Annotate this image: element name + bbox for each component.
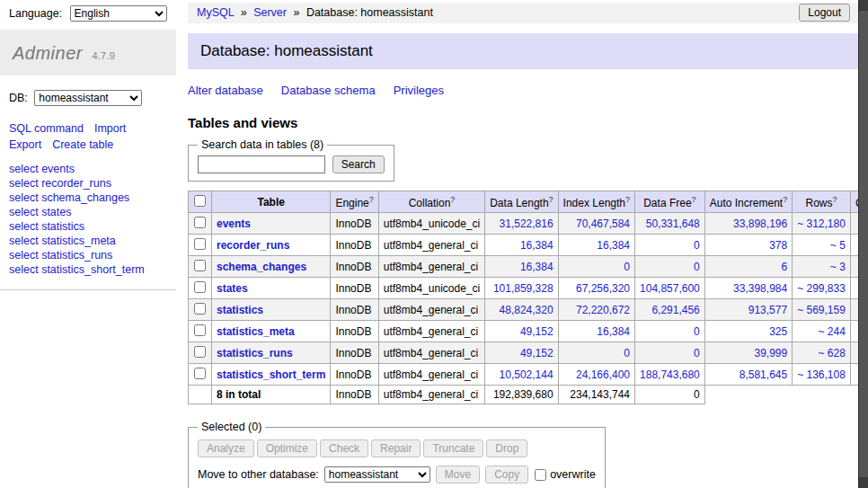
- data-length-link[interactable]: 16,384: [520, 261, 554, 273]
- optimize-button[interactable]: Optimize: [257, 439, 317, 457]
- rows-link[interactable]: ~ 312,180: [797, 217, 846, 230]
- auto-increment-link[interactable]: 39,999: [754, 347, 787, 359]
- row-checkbox[interactable]: [194, 368, 206, 379]
- data-length-link[interactable]: 49,152: [520, 325, 554, 338]
- sidebar-item-select-statistics-runs[interactable]: select statistics_runs: [9, 249, 112, 262]
- check-all-checkbox[interactable]: [194, 195, 206, 207]
- rows-link[interactable]: ~ 244: [819, 325, 846, 338]
- row-checkbox[interactable]: [194, 324, 206, 336]
- auto-increment-link[interactable]: 913,577: [748, 304, 787, 316]
- search-input[interactable]: [198, 155, 325, 173]
- table-link[interactable]: statistics: [217, 304, 263, 316]
- data-free-link[interactable]: 0: [694, 239, 700, 252]
- overwrite-toggle[interactable]: overwrite: [534, 468, 596, 482]
- help-link[interactable]: ?: [625, 195, 630, 204]
- sidebar-item-select-recorder-runs[interactable]: select recorder_runs: [9, 177, 111, 190]
- truncate-button[interactable]: Truncate: [423, 439, 483, 457]
- index-length-link[interactable]: 67,256,320: [576, 282, 630, 295]
- data-free-link[interactable]: 188,743,680: [640, 368, 700, 381]
- table-link[interactable]: schema_changes: [217, 261, 306, 273]
- row-checkbox[interactable]: [194, 238, 206, 250]
- auto-increment-link[interactable]: 325: [769, 325, 787, 338]
- check-button[interactable]: Check: [320, 439, 368, 457]
- search-button[interactable]: Search: [332, 155, 385, 173]
- data-length-link[interactable]: 48,824,320: [500, 304, 554, 316]
- data-length-link[interactable]: 31,522,816: [500, 217, 554, 230]
- vertical-scrollbar[interactable]: [858, 0, 868, 488]
- index-length-link[interactable]: 72,220,672: [576, 304, 630, 316]
- data-length-link[interactable]: 101,859,328: [493, 282, 554, 295]
- row-checkbox[interactable]: [194, 281, 206, 293]
- overwrite-checkbox[interactable]: [535, 469, 546, 481]
- auto-increment-link[interactable]: 6: [781, 261, 787, 273]
- help-link[interactable]: ?: [369, 195, 374, 204]
- language-select[interactable]: English: [70, 5, 167, 22]
- data-free-link[interactable]: 50,331,648: [646, 217, 700, 230]
- sidebar-item-select-states[interactable]: select states: [9, 206, 71, 218]
- data-length-link[interactable]: 16,384: [520, 239, 554, 252]
- data-free-link[interactable]: 0: [694, 347, 700, 359]
- rows-link[interactable]: ~ 299,833: [797, 282, 846, 295]
- sql-command-link[interactable]: SQL command: [9, 122, 84, 135]
- import-link[interactable]: Import: [94, 122, 126, 135]
- rows-link[interactable]: ~ 136,108: [797, 368, 846, 381]
- index-length-link[interactable]: 70,467,584: [576, 217, 630, 230]
- table-link[interactable]: states: [217, 282, 248, 295]
- logout-button[interactable]: Logout: [799, 4, 850, 22]
- data-length-link[interactable]: 49,152: [520, 347, 554, 359]
- auto-increment-link[interactable]: 378: [769, 239, 787, 252]
- drop-button[interactable]: Drop: [486, 439, 527, 457]
- help-link[interactable]: ?: [783, 195, 787, 204]
- help-link[interactable]: ?: [833, 195, 837, 204]
- help-link[interactable]: ?: [692, 195, 696, 204]
- create-table-nav-link[interactable]: Create table: [52, 138, 113, 151]
- table-link[interactable]: events: [217, 217, 251, 230]
- row-checkbox[interactable]: [194, 303, 206, 315]
- data-free-link[interactable]: 0: [694, 325, 700, 338]
- table-link[interactable]: statistics_runs: [217, 347, 293, 359]
- privileges-link[interactable]: Privileges: [394, 84, 444, 97]
- index-length-link[interactable]: 0: [624, 347, 630, 359]
- help-link[interactable]: ?: [549, 195, 554, 204]
- alter-database-link[interactable]: Alter database: [188, 84, 263, 97]
- breadcrumb-server-link[interactable]: Server: [253, 6, 287, 19]
- rows-link[interactable]: ~ 3: [830, 261, 846, 273]
- index-length-link[interactable]: 0: [624, 261, 630, 273]
- data-free-link[interactable]: 0: [694, 261, 700, 273]
- row-checkbox[interactable]: [194, 260, 206, 271]
- data-length-link[interactable]: 10,502,144: [500, 368, 554, 381]
- analyze-button[interactable]: Analyze: [198, 439, 254, 457]
- auto-increment-link[interactable]: 33,898,196: [733, 217, 787, 230]
- sidebar-item-select-statistics[interactable]: select statistics: [9, 220, 84, 233]
- index-length-link[interactable]: 16,384: [597, 325, 630, 338]
- move-button[interactable]: Move: [436, 466, 480, 484]
- move-db-select[interactable]: homeassistant: [324, 466, 430, 483]
- sidebar-item-select-statistics-meta[interactable]: select statistics_meta: [9, 235, 116, 247]
- auto-increment-cell: 8,581,645: [704, 364, 792, 386]
- index-length-link[interactable]: 16,384: [597, 239, 630, 252]
- rows-link[interactable]: ~ 569,159: [797, 304, 846, 316]
- database-schema-link[interactable]: Database schema: [281, 84, 376, 97]
- db-select[interactable]: homeassistant: [34, 90, 142, 106]
- row-checkbox[interactable]: [194, 346, 206, 358]
- rows-link[interactable]: ~ 5: [830, 239, 846, 252]
- data-free-link[interactable]: 6,291,456: [651, 304, 699, 316]
- auto-increment-link[interactable]: 33,398,984: [733, 282, 787, 295]
- column-header-data-free: Data Free?: [635, 191, 705, 213]
- data-free-link[interactable]: 104,857,600: [640, 282, 700, 295]
- repair-button[interactable]: Repair: [371, 439, 421, 457]
- row-checkbox[interactable]: [194, 217, 206, 228]
- rows-link[interactable]: ~ 628: [819, 347, 846, 359]
- sidebar-item-select-events[interactable]: select events: [9, 163, 75, 175]
- breadcrumb-mysql-link[interactable]: MySQL: [197, 6, 234, 19]
- help-link[interactable]: ?: [450, 195, 455, 204]
- copy-button[interactable]: Copy: [485, 466, 528, 484]
- export-link[interactable]: Export: [9, 138, 41, 151]
- sidebar-item-select-statistics-short-term[interactable]: select statistics_short_term: [9, 263, 145, 276]
- table-link[interactable]: statistics_meta: [217, 325, 295, 338]
- auto-increment-link[interactable]: 8,581,645: [740, 368, 787, 381]
- table-link[interactable]: recorder_runs: [217, 239, 289, 252]
- table-link[interactable]: statistics_short_term: [217, 368, 325, 381]
- index-length-link[interactable]: 24,166,400: [576, 368, 630, 381]
- sidebar-item-select-schema-changes[interactable]: select schema_changes: [9, 191, 129, 204]
